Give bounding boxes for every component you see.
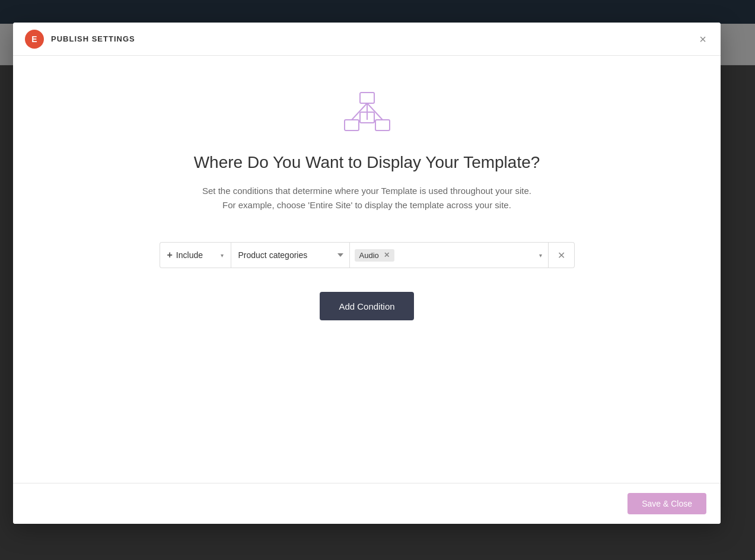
svg-rect-1 <box>345 120 359 131</box>
modal-close-button[interactable]: × <box>697 31 709 47</box>
modal-header: E PUBLISH SETTINGS × <box>13 23 721 56</box>
condition-value-tag: Audio ✕ <box>355 249 394 262</box>
save-close-button[interactable]: Save & Close <box>627 493 706 514</box>
modal-footer: Save & Close <box>13 483 721 524</box>
modal-description: Set the conditions that determine where … <box>202 184 531 212</box>
delete-icon: ✕ <box>558 250 565 261</box>
network-icon <box>343 91 391 135</box>
value-chevron-icon: ▾ <box>539 252 542 259</box>
condition-type-select[interactable]: Entire Site Product categories Products … <box>231 242 349 268</box>
condition-row: + Include ▾ Entire Site Product categori… <box>160 242 575 268</box>
svg-rect-2 <box>375 120 390 131</box>
condition-value-container[interactable]: Audio ✕ ▾ <box>349 242 549 268</box>
include-chevron-icon: ▾ <box>221 252 224 259</box>
plus-icon: + <box>167 250 173 260</box>
condition-delete-button[interactable]: ✕ <box>549 242 575 268</box>
tag-remove-button[interactable]: ✕ <box>384 251 390 259</box>
include-label: Include <box>176 250 203 260</box>
condition-include-button[interactable]: + Include ▾ <box>160 242 231 268</box>
modal-body: Where Do You Want to Display Your Templa… <box>13 56 721 483</box>
svg-rect-0 <box>360 93 374 103</box>
value-tag-label: Audio <box>359 251 379 260</box>
publish-settings-modal: E PUBLISH SETTINGS × <box>13 23 721 524</box>
add-condition-button[interactable]: Add Condition <box>320 292 413 320</box>
modal-title: PUBLISH SETTINGS <box>51 34 135 43</box>
modal-header-left: E PUBLISH SETTINGS <box>25 30 135 49</box>
elementor-icon: E <box>25 30 44 49</box>
modal-main-title: Where Do You Want to Display Your Templa… <box>194 153 540 172</box>
